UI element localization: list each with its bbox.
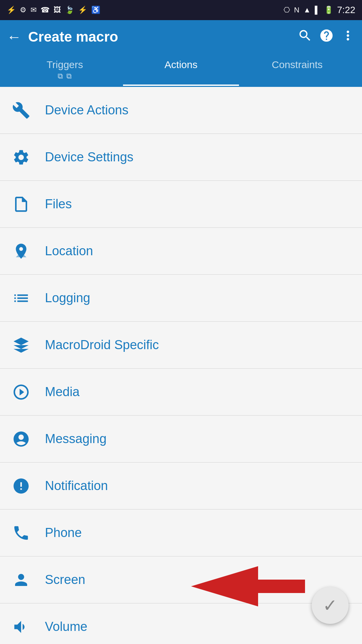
status-bar-right: ⎔ N ▲ ▌ 🔋 7:22 xyxy=(284,5,355,15)
phone-icon xyxy=(9,521,33,545)
red-arrow-svg xyxy=(191,566,305,606)
flash-status-icon: ⚡ xyxy=(78,6,87,14)
bluetooth-icon: ⎔ xyxy=(284,6,290,14)
phone-status-icon: ☎ xyxy=(41,6,50,14)
help-button[interactable] xyxy=(319,28,334,46)
list-item-device-settings[interactable]: Device Settings xyxy=(0,134,362,181)
status-time: 7:22 xyxy=(337,5,356,15)
app-bar: ← Create macro Triggers ⧉ ⧉ Actions xyxy=(0,20,362,87)
tab-triggers-label: Triggers xyxy=(47,59,83,70)
logging-icon xyxy=(9,286,33,310)
status-bar-left: ⚡ ⚙ ✉ ☎ 🖼 🍃 ⚡ ♿ xyxy=(7,6,100,14)
files-icon xyxy=(9,193,33,216)
more-options-button[interactable] xyxy=(341,28,355,46)
list-item-logging[interactable]: Logging xyxy=(0,275,362,322)
media-icon xyxy=(9,380,33,404)
back-button[interactable]: ← xyxy=(7,30,21,44)
location-icon xyxy=(9,239,33,263)
location-label: Location xyxy=(45,244,93,258)
list-item-messaging[interactable]: Messaging xyxy=(0,416,362,463)
macrodroid-specific-label: MacroDroid Specific xyxy=(45,338,159,352)
media-label: Media xyxy=(45,385,80,399)
nfc-icon: N xyxy=(294,6,299,14)
leaf-status-icon: 🍃 xyxy=(65,6,74,14)
check-icon: ✓ xyxy=(323,595,338,615)
list-item-device-actions[interactable]: Device Actions xyxy=(0,87,362,134)
gmail-status-icon: ✉ xyxy=(31,6,37,14)
settings-status-icon: ⚙ xyxy=(20,6,26,14)
tab-actions[interactable]: Actions xyxy=(123,54,239,86)
screen-icon xyxy=(9,568,33,592)
files-label: Files xyxy=(45,197,72,211)
accessibility-status-icon: ♿ xyxy=(91,6,100,14)
messaging-icon xyxy=(9,427,33,451)
actions-list: Device Actions Device Settings Files Loc… xyxy=(0,87,362,644)
battery-icon: 🔋 xyxy=(324,6,333,14)
volume-icon xyxy=(9,615,33,639)
status-bar: ⚡ ⚙ ✉ ☎ 🖼 🍃 ⚡ ♿ ⎔ N ▲ ▌ 🔋 7:22 xyxy=(0,0,362,20)
volume-label: Volume xyxy=(45,620,87,634)
wifi-icon: ▲ xyxy=(303,6,311,14)
gallery-status-icon: 🖼 xyxy=(54,6,61,14)
arrow-indicator xyxy=(191,566,305,608)
svg-marker-0 xyxy=(191,566,305,606)
search-button[interactable] xyxy=(298,28,312,46)
tab-bar: Triggers ⧉ ⧉ Actions Constraints xyxy=(7,54,355,87)
list-item-volume[interactable]: Volume xyxy=(0,603,362,644)
device-settings-icon xyxy=(9,146,33,169)
notification-icon xyxy=(9,474,33,498)
trigger-expand-icon: ⧉ xyxy=(58,72,63,80)
screen-label: Screen xyxy=(45,573,85,587)
fab-confirm-button[interactable]: ✓ xyxy=(312,587,349,624)
messaging-label: Messaging xyxy=(45,432,107,446)
trigger-expand2-icon: ⧉ xyxy=(66,72,72,80)
tab-triggers[interactable]: Triggers ⧉ ⧉ xyxy=(7,54,123,86)
macrodroid-specific-icon xyxy=(9,333,33,357)
tab-constraints[interactable]: Constraints xyxy=(239,54,355,86)
signal-icon: ▌ xyxy=(315,6,320,14)
macrodroid-status-icon: ⚡ xyxy=(7,6,16,14)
device-settings-label: Device Settings xyxy=(45,150,133,164)
device-actions-icon xyxy=(9,99,33,122)
app-bar-actions xyxy=(298,28,355,46)
list-item-location[interactable]: Location xyxy=(0,228,362,275)
app-bar-top: ← Create macro xyxy=(7,20,355,54)
list-item-macrodroid-specific[interactable]: MacroDroid Specific xyxy=(0,322,362,369)
list-item-notification[interactable]: Notification xyxy=(0,463,362,509)
tab-actions-label: Actions xyxy=(165,59,197,70)
notification-label: Notification xyxy=(45,479,108,493)
list-item-screen[interactable]: Screen xyxy=(0,556,362,603)
list-item-phone[interactable]: Phone xyxy=(0,509,362,556)
list-item-files[interactable]: Files xyxy=(0,181,362,228)
page-title: Create macro xyxy=(28,29,298,45)
list-item-media[interactable]: Media xyxy=(0,369,362,416)
tab-triggers-icons: ⧉ ⧉ xyxy=(58,72,72,80)
device-actions-label: Device Actions xyxy=(45,103,128,117)
tab-constraints-label: Constraints xyxy=(272,59,323,70)
logging-label: Logging xyxy=(45,291,90,305)
phone-label: Phone xyxy=(45,526,82,540)
